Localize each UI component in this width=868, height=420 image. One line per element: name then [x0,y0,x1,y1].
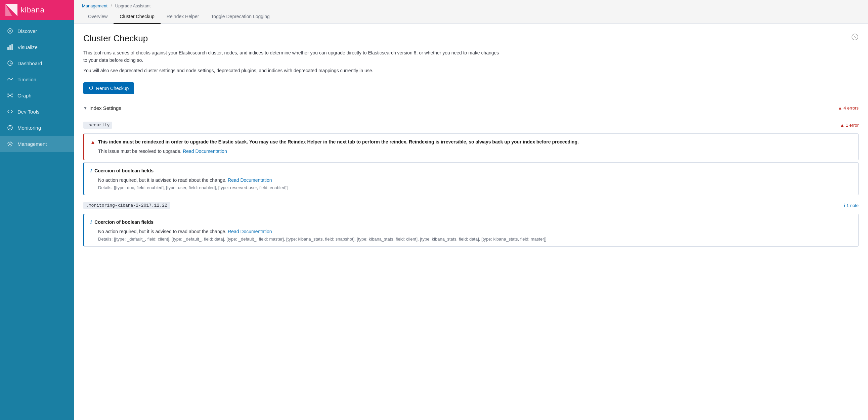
monitoring-coercion-issue-body: No action required, but it is advised to… [98,228,852,235]
monitoring-info-icon: i [844,203,845,208]
main-content: Management / Upgrade Assistant Overview … [74,0,868,420]
index-security-entry: .security ▲ 1 error ▲ This index must be… [83,119,859,195]
security-coercion-issue-title: Coercion of boolean fields [94,167,154,174]
svg-point-20 [9,127,11,129]
svg-rect-6 [11,44,13,50]
sidebar-item-dashboard[interactable]: Dashboard [0,55,74,71]
security-error-count: 1 error [846,123,859,128]
sidebar: kibana Discover Visualize Dashboard Time… [0,0,74,420]
description-2: You will also see deprecated cluster set… [83,67,503,74]
security-reindex-issue-body: This issue must be resolved to upgrade. … [98,148,852,155]
monitoring-coercion-body-text: No action required, but it is advised to… [98,229,226,234]
svg-rect-5 [9,46,11,50]
devtools-icon [7,108,13,115]
sidebar-item-timelion[interactable]: Timelion [0,71,74,87]
security-coercion-issue-body: No action required, but it is advised to… [98,176,852,184]
sidebar-item-monitoring[interactable]: Monitoring [0,120,74,136]
index-security-error-badge: ▲ 1 error [840,123,859,128]
security-coercion-details: Details: [[type: doc, field: enabled], [… [98,185,852,190]
breadcrumb-current: Upgrade Assistant [115,3,151,8]
refresh-icon-container [851,33,859,42]
index-monitoring-entry: .monitoring-kibana-2-2017.12.22 i 1 note… [83,199,859,247]
graph-icon [7,92,13,99]
svg-point-3 [9,30,11,32]
breadcrumb-separator: / [111,3,112,8]
breadcrumb: Management / Upgrade Assistant [74,0,868,8]
sidebar-label-dashboard: Dashboard [18,60,42,66]
rerun-icon [89,85,93,91]
security-error-icon: ▲ [840,123,844,128]
security-coercion-issue-card: i Coercion of boolean fields No action r… [83,162,859,195]
dashboard-icon [7,60,13,66]
security-coercion-issue-header: i Coercion of boolean fields [90,167,852,174]
info-icon-monitoring: i [90,219,92,225]
security-coercion-read-docs-link[interactable]: Read Documentation [228,177,272,183]
sidebar-label-graph: Graph [18,93,32,98]
sidebar-label-visualize: Visualize [18,44,38,50]
management-icon [7,141,13,147]
svg-point-19 [8,125,12,130]
monitoring-coercion-issue-card: i Coercion of boolean fields No action r… [83,214,859,247]
security-reindex-issue-title: This index must be reindexed in order to… [98,139,579,146]
index-monitoring-label: .monitoring-kibana-2-2017.12.22 [83,202,170,209]
tab-reindex-helper[interactable]: Reindex Helper [161,10,205,24]
rerun-button-label: Rerun Checkup [96,86,129,91]
discover-icon [7,28,13,34]
sidebar-label-discover: Discover [18,28,37,34]
index-settings-error-badge: ▲ 4 errors [838,106,859,111]
monitoring-coercion-read-docs-link[interactable]: Read Documentation [228,229,272,234]
sidebar-label-monitoring: Monitoring [18,125,41,131]
rerun-checkup-button[interactable]: Rerun Checkup [83,82,134,94]
index-settings-title: Index Settings [89,105,121,111]
sidebar-item-graph[interactable]: Graph [0,87,74,103]
monitoring-coercion-issue-title: Coercion of boolean fields [94,219,154,226]
kibana-logo-icon [5,4,18,16]
tabs-bar: Overview Cluster Checkup Reindex Helper … [74,10,868,24]
svg-point-21 [9,143,11,145]
timelion-icon [7,76,13,83]
sidebar-item-visualize[interactable]: Visualize [0,39,74,55]
index-settings-section-header[interactable]: ▼ Index Settings ▲ 4 errors [83,101,859,115]
tab-cluster-checkup[interactable]: Cluster Checkup [114,10,161,24]
security-reindex-issue-card: ▲ This index must be reindexed in order … [83,133,859,160]
description-1: This tool runs a series of checks agains… [83,49,503,64]
security-reindex-issue-header: ▲ This index must be reindexed in order … [90,139,852,146]
svg-line-23 [854,36,856,38]
index-security-label-row: .security ▲ 1 error [83,119,859,131]
sidebar-item-devtools[interactable]: Dev Tools [0,103,74,120]
security-reindex-read-docs-link[interactable]: Read Documentation [183,149,227,154]
svg-rect-4 [7,47,9,50]
monitoring-note-count: 1 note [846,203,859,208]
refresh-icon [851,33,859,41]
sidebar-label-management: Management [18,141,47,147]
monitoring-icon [7,124,13,131]
security-reindex-body-text: This issue must be resolved to upgrade. [98,149,181,154]
sidebar-label-timelion: Timelion [18,77,36,82]
visualize-icon [7,44,13,51]
index-security-label: .security [83,122,112,129]
tab-toggle-deprecation-logging[interactable]: Toggle Deprecation Logging [205,10,275,24]
sidebar-item-discover[interactable]: Discover [0,23,74,39]
index-monitoring-label-row: .monitoring-kibana-2-2017.12.22 i 1 note [83,199,859,212]
security-coercion-body-text: No action required, but it is advised to… [98,177,226,183]
monitoring-coercion-issue-header: i Coercion of boolean fields [90,219,852,226]
tab-overview[interactable]: Overview [82,10,114,24]
sidebar-nav: Discover Visualize Dashboard Timelion Gr… [0,20,74,152]
sidebar-label-devtools: Dev Tools [18,109,40,115]
logo-container: kibana [0,0,74,20]
index-settings-title-row: ▼ Index Settings [83,105,121,111]
monitoring-coercion-details: Details: [[type: _default_, field: clien… [98,237,852,242]
kibana-logo-text: kibana [21,6,45,14]
error-triangle-icon-2: ▲ [90,139,95,145]
index-monitoring-note-badge: i 1 note [844,203,859,208]
breadcrumb-parent-link[interactable]: Management [82,3,107,8]
error-triangle-icon: ▲ [838,106,842,111]
info-icon-security: i [90,168,92,174]
index-settings-chevron: ▼ [83,106,87,111]
page-title: Cluster Checkup [83,33,859,44]
index-settings-error-count: 4 errors [843,106,859,111]
sidebar-item-management[interactable]: Management [0,136,74,152]
svg-marker-24 [89,87,91,88]
content-area: Cluster Checkup This tool runs a series … [74,24,868,420]
